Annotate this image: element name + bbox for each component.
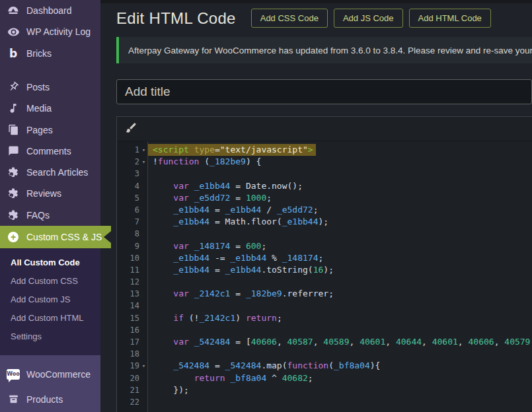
add-html-code-button[interactable]: Add HTML Code: [409, 9, 491, 28]
add-css-code-button[interactable]: Add CSS Code: [251, 9, 328, 28]
sidebar-item-comments[interactable]: Comments: [0, 141, 100, 162]
line-number: 7: [117, 216, 148, 228]
code-line[interactable]: 5 var _e5dd72 = 1000;: [117, 192, 532, 204]
line-number: 2▾: [117, 156, 148, 168]
code-line[interactable]: 22: [117, 396, 532, 408]
code-line[interactable]: 10 _e1bb44 -= _e1bb44 % _148174;: [117, 252, 532, 264]
line-number: 6: [117, 204, 148, 216]
line-number: 13: [117, 288, 148, 300]
code-line[interactable]: 14: [117, 300, 532, 312]
code-lines: 1▾<script type="text/javascript">2▾!func…: [117, 144, 532, 408]
editor-toolbar: [117, 117, 532, 141]
sidebar-item-media[interactable]: Media: [0, 98, 100, 119]
code-text: _e1bb44 -= _e1bb44 % _148174;: [148, 252, 326, 264]
fold-spacer: [139, 288, 148, 300]
code-line[interactable]: 1▾<script type="text/javascript">: [117, 144, 532, 156]
sidebar-item-label: WooCommerce: [26, 369, 91, 380]
fold-spacer: [139, 204, 148, 216]
sidebar-item-faqs[interactable]: FAQs: [0, 205, 100, 226]
code-line[interactable]: 13 var _2142c1 = _182be9.referrer;: [117, 288, 532, 300]
code-line[interactable]: 17 var _542484 = [40606, 40587, 40589, 4…: [117, 336, 532, 348]
line-number: 19▾: [117, 360, 148, 372]
code-text: return _bf8a04 ^ 40682;: [148, 372, 316, 384]
fold-spacer: [139, 336, 148, 348]
code-line[interactable]: 9 var _148174 = 600;: [117, 240, 532, 252]
sidebar-item-custom-css-js[interactable]: + Custom CSS & JS: [0, 226, 111, 248]
line-number: 16: [117, 324, 148, 336]
sidebar-item-dashboard[interactable]: Dashboard: [0, 0, 100, 21]
line-number: 21: [117, 384, 148, 396]
code-line[interactable]: 6 _e1bb44 = _e1bb44 / _e5dd72;: [117, 204, 532, 216]
fold-spacer: [139, 252, 148, 264]
code-text: [148, 396, 155, 408]
code-line[interactable]: 21 });: [117, 384, 532, 396]
comment-icon: [7, 145, 20, 158]
sidebar-item-pages[interactable]: Pages: [0, 119, 100, 140]
notice-text: Afterpay Gateway for WooCommerce has upd…: [128, 46, 532, 55]
sidebar-item-posts[interactable]: Posts: [0, 77, 100, 98]
add-js-code-button[interactable]: Add JS Code: [334, 9, 403, 28]
sidebar-item-wp-activity-log[interactable]: WP Activity Log: [0, 21, 100, 42]
code-line[interactable]: 15 if (!_2142c1) return;: [117, 312, 532, 324]
sidebar-item-label: Media: [26, 103, 52, 114]
code-line[interactable]: 19▾ _542484 = _542484.map(function(_bf8a…: [117, 360, 532, 372]
music-note-icon: [7, 102, 20, 115]
code-line[interactable]: 8: [117, 228, 532, 240]
sidebar-item-bricks[interactable]: b Bricks: [0, 43, 100, 64]
archive-box-icon: [7, 393, 20, 406]
code-text: !function (_182be9) {: [148, 156, 264, 168]
code-line[interactable]: 20 return _bf8a04 ^ 40682;: [117, 372, 532, 384]
code-line[interactable]: 3: [117, 168, 532, 180]
code-line[interactable]: 12: [117, 276, 532, 288]
sidebar-item-label: FAQs: [26, 210, 50, 221]
fold-spacer: [139, 372, 148, 384]
code-line[interactable]: 11 _e1bb44 = _e1bb44.toString(16);: [117, 264, 532, 276]
fold-spacer: [139, 396, 148, 408]
fold-spacer: [139, 300, 148, 312]
code-text: var _e1bb44 = Date.now();: [148, 180, 305, 192]
submenu-item-all-custom-code[interactable]: All Custom Code: [0, 254, 100, 272]
fold-toggle-icon[interactable]: ▾: [139, 156, 148, 168]
code-text: if (!_2142c1) return;: [148, 312, 285, 324]
line-number: 10: [117, 252, 148, 264]
fold-toggle-icon[interactable]: ▾: [139, 144, 148, 156]
gear-icon: [7, 209, 20, 222]
line-number: 22: [117, 396, 148, 408]
fold-spacer: [139, 228, 148, 240]
submenu-item-add-custom-html[interactable]: Add Custom HTML: [0, 309, 100, 327]
fold-spacer: [139, 384, 148, 396]
code-line[interactable]: 18: [117, 348, 532, 360]
sidebar-item-label: Products: [26, 394, 63, 405]
submenu-item-add-custom-css[interactable]: Add Custom CSS: [0, 272, 100, 291]
code-text-selected: <script type="text/javascript">: [148, 144, 316, 156]
sidebar-item-label: Custom CSS & JS: [26, 232, 102, 242]
code-text: _e1bb44 = _e1bb44.toString(16);: [148, 264, 336, 276]
code-line[interactable]: 7 _e1bb44 = Math.floor(_e1bb44);: [117, 216, 532, 228]
code-text: [148, 348, 155, 360]
submenu-item-add-custom-js[interactable]: Add Custom JS: [0, 291, 100, 309]
fold-toggle-icon[interactable]: ▾: [139, 360, 148, 372]
sidebar-item-label: Dashboard: [26, 5, 72, 16]
sidebar-item-label: Search Articles: [26, 167, 88, 178]
title-input[interactable]: [116, 79, 532, 104]
gear-icon: [7, 166, 20, 179]
line-number: 8: [117, 228, 148, 240]
sidebar-item-label: Comments: [26, 146, 71, 156]
menu-separator: [0, 64, 100, 77]
admin-content: Edit HTML Code Add CSS Code Add JS Code …: [100, 0, 532, 412]
fold-spacer: [139, 276, 148, 288]
line-number: 15: [117, 312, 148, 324]
sidebar-item-search-articles[interactable]: Search Articles: [0, 162, 100, 183]
code-line[interactable]: 2▾!function (_182be9) {: [117, 156, 532, 168]
sidebar-item-reviews[interactable]: Reviews: [0, 183, 100, 204]
code-line[interactable]: 4 var _e1bb44 = Date.now();: [117, 180, 532, 192]
brush-icon[interactable]: [125, 121, 137, 137]
fold-spacer: [139, 312, 148, 324]
line-number: 18: [117, 348, 148, 360]
submenu-item-settings[interactable]: Settings: [0, 327, 100, 346]
code-area[interactable]: 1▾<script type="text/javascript">2▾!func…: [117, 141, 532, 412]
code-line[interactable]: 16: [117, 324, 532, 336]
line-number: 20: [117, 372, 148, 384]
sidebar-item-woocommerce[interactable]: Woo WooCommerce: [0, 362, 100, 387]
sidebar-item-products[interactable]: Products: [0, 387, 100, 412]
